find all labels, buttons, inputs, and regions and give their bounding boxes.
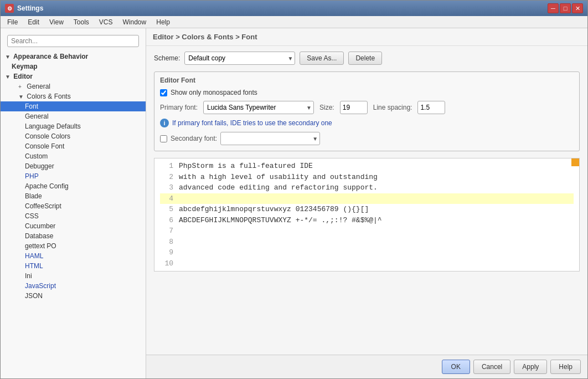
- sidebar-item-console-colors[interactable]: Console Colors: [1, 131, 146, 141]
- preview-line-9: 9: [160, 247, 574, 258]
- expand-icon: ▼: [18, 94, 25, 100]
- menu-help[interactable]: Help: [152, 17, 174, 27]
- sidebar-item-debugger[interactable]: Debugger: [1, 161, 146, 171]
- sidebar: ▼ Appearance & Behavior Keymap ▼ Editor …: [1, 28, 146, 378]
- expand-icon: +: [18, 84, 25, 90]
- sidebar-item-language-defaults[interactable]: Language Defaults: [1, 121, 146, 131]
- preview-line-3: 3 advanced code editing and refactoring …: [160, 182, 574, 193]
- show-monospaced-checkbox[interactable]: [160, 89, 167, 96]
- minimize-button[interactable]: ─: [548, 3, 559, 13]
- search-input[interactable]: [7, 35, 139, 47]
- breadcrumb: Editor > Colors & Fonts > Font: [146, 28, 587, 46]
- menu-tools[interactable]: Tools: [69, 17, 94, 27]
- sidebar-item-general2[interactable]: General: [1, 111, 146, 121]
- sidebar-item-colors-fonts[interactable]: ▼ Colors & Fonts: [1, 91, 146, 101]
- secondary-font-row: Secondary font: ▼: [160, 132, 574, 145]
- line-number: 4: [160, 193, 173, 204]
- line-number: 8: [160, 237, 173, 248]
- line-number: 2: [160, 172, 173, 183]
- editor-font-title: Editor Font: [160, 76, 574, 84]
- info-icon: i: [160, 119, 169, 127]
- line-content: ABCDEFGHIJKLMNOPQRSTUVWXYZ +-*/= .,;:!? …: [179, 215, 382, 226]
- search-box: [4, 33, 142, 49]
- settings-area: Scheme: Default copy Default ▼ Save As..…: [146, 46, 587, 355]
- line-number: 1: [160, 161, 173, 172]
- title-bar: ⚙ Settings ─ □ ✕: [1, 1, 587, 16]
- secondary-font-label: Secondary font:: [171, 135, 217, 142]
- primary-font-label: Primary font:: [160, 104, 198, 111]
- line-spacing-label: Line spacing:: [373, 104, 412, 111]
- preview-line-8: 8: [160, 237, 574, 248]
- footer: OK Cancel Apply Help: [146, 355, 587, 378]
- delete-button[interactable]: Delete: [348, 52, 382, 65]
- sidebar-item-javascript[interactable]: JavaScript: [1, 281, 146, 291]
- sidebar-item-haml[interactable]: HAML: [1, 251, 146, 261]
- sidebar-item-custom[interactable]: Custom: [1, 151, 146, 161]
- sidebar-item-json[interactable]: JSON: [1, 291, 146, 301]
- line-content: PhpStorm is a full-featured IDE: [179, 161, 313, 172]
- sidebar-item-php[interactable]: PHP: [1, 171, 146, 181]
- line-number: 9: [160, 247, 173, 258]
- menu-window[interactable]: Window: [118, 17, 151, 27]
- help-button[interactable]: Help: [550, 360, 581, 374]
- scheme-select-wrap: Default copy Default ▼: [184, 52, 295, 65]
- close-button[interactable]: ✕: [572, 3, 583, 13]
- sidebar-item-keymap[interactable]: Keymap: [1, 62, 146, 71]
- show-monospaced-row: Show only monospaced fonts: [160, 89, 574, 96]
- line-number: 3: [160, 182, 173, 193]
- menu-bar: File Edit View Tools VCS Window Help: [1, 16, 587, 28]
- window-title: Settings: [17, 4, 544, 12]
- scheme-label: Scheme:: [154, 54, 180, 62]
- menu-edit[interactable]: Edit: [23, 17, 44, 27]
- sidebar-item-css[interactable]: CSS: [1, 211, 146, 221]
- secondary-font-select[interactable]: [220, 132, 320, 145]
- preview-line-10: 10: [160, 258, 574, 269]
- sidebar-item-blade[interactable]: Blade: [1, 191, 146, 201]
- menu-vcs[interactable]: VCS: [95, 17, 117, 27]
- menu-view[interactable]: View: [45, 17, 68, 27]
- sidebar-item-font[interactable]: Font: [1, 101, 146, 111]
- save-as-button[interactable]: Save As...: [300, 52, 344, 65]
- maximize-button[interactable]: □: [560, 3, 571, 13]
- sidebar-item-console-font[interactable]: Console Font: [1, 141, 146, 151]
- scheme-select[interactable]: Default copy Default: [184, 52, 295, 65]
- sidebar-item-appearance-behavior[interactable]: ▼ Appearance & Behavior: [1, 52, 146, 62]
- sidebar-item-cucumber[interactable]: Cucumber: [1, 221, 146, 231]
- primary-font-select[interactable]: Lucida Sans Typewriter: [203, 101, 314, 114]
- primary-font-select-wrap: Lucida Sans Typewriter ▼: [203, 101, 314, 114]
- show-monospaced-label: Show only monospaced fonts: [171, 89, 257, 96]
- preview-line-6: 6 ABCDEFGHIJKLMNOPQRSTUVWXYZ +-*/= .,;:!…: [160, 215, 574, 226]
- main-panel: Editor > Colors & Fonts > Font Scheme: D…: [146, 28, 587, 378]
- sidebar-item-gettext-po[interactable]: gettext PO: [1, 241, 146, 251]
- info-row: i If primary font fails, IDE tries to us…: [160, 119, 574, 127]
- size-input[interactable]: [340, 101, 368, 114]
- sidebar-item-html[interactable]: HTML: [1, 261, 146, 271]
- scheme-row: Scheme: Default copy Default ▼ Save As..…: [154, 52, 580, 65]
- line-number: 10: [160, 258, 173, 269]
- preview-area: 1 PhpStorm is a full-featured IDE 2 with…: [154, 158, 580, 272]
- preview-line-7: 7: [160, 226, 574, 237]
- ok-button[interactable]: OK: [442, 360, 470, 374]
- editor-font-section: Editor Font Show only monospaced fonts P…: [154, 71, 580, 151]
- preview-line-5: 5 abcdefghijklmnopqrstuvwxyz 0123456789 …: [160, 204, 574, 215]
- breadcrumb-text: Editor > Colors & Fonts > Font: [153, 33, 257, 41]
- apply-button[interactable]: Apply: [514, 360, 547, 374]
- menu-file[interactable]: File: [3, 17, 22, 27]
- line-content: with a high level of usability and outst…: [179, 172, 378, 183]
- sidebar-item-apache-config[interactable]: Apache Config: [1, 181, 146, 191]
- sidebar-item-editor[interactable]: ▼ Editor: [1, 71, 146, 81]
- line-number: 7: [160, 226, 173, 237]
- sidebar-item-coffeescript[interactable]: CoffeeScript: [1, 201, 146, 211]
- sidebar-item-general[interactable]: + General: [1, 81, 146, 91]
- sidebar-item-database[interactable]: Database: [1, 231, 146, 241]
- sidebar-item-ini[interactable]: Ini: [1, 271, 146, 281]
- secondary-font-select-wrap: ▼: [220, 132, 320, 145]
- info-text: If primary font fails, IDE tries to use …: [172, 119, 332, 127]
- expand-icon: ▼: [5, 74, 12, 80]
- primary-font-row: Primary font: Lucida Sans Typewriter ▼ S…: [160, 101, 574, 114]
- cancel-button[interactable]: Cancel: [473, 360, 510, 374]
- line-spacing-input[interactable]: [417, 101, 445, 114]
- secondary-font-checkbox[interactable]: [160, 135, 167, 142]
- main-content: ▼ Appearance & Behavior Keymap ▼ Editor …: [1, 28, 587, 378]
- line-number: 6: [160, 215, 173, 226]
